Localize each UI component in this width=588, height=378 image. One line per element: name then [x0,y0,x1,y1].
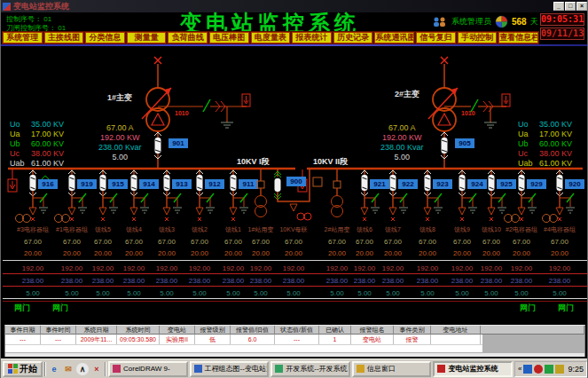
breaker-tag-905[interactable]: 905 [455,138,474,148]
bay-symbol-#3电容器组[interactable] [13,169,52,227]
disconnector-tag-2[interactable]: 1010 [461,110,475,116]
measure-value: 192.00 [544,264,576,272]
measure-value: 20.00 [184,249,216,257]
alarm-col-header[interactable]: 状态值/新值 [275,326,319,335]
measure-value: 192.00 [87,264,119,272]
measure-value: 192.00 [377,264,409,272]
alarm-cell: 报警 [394,335,431,344]
bay-symbol-馈线8[interactable] [408,169,447,227]
tray-collapse-icon[interactable]: « [518,365,521,373]
menu-button-10[interactable]: 系统通讯图 [374,32,414,43]
measure-value: 67.00 [412,238,443,246]
voltage-panel-right: Uo35.00 KVUa17.00 KVUb60.00 KVUc38.00 KV… [518,120,572,169]
alarm-col-header[interactable]: 已确认 [319,326,351,335]
bay-symbol-#2电容器组[interactable] [502,169,541,227]
taskbar-button-5[interactable]: 变电站监控系统 [433,361,513,377]
gate-label-3[interactable]: 网门 [520,303,536,314]
menu-button-6[interactable]: 电压棒图 [209,32,249,43]
close-x-icon[interactable]: × [90,363,103,375]
measure-value: 192.00 [475,264,507,272]
menu-button-9[interactable]: 历史记录 [333,32,373,43]
alarm-col-header[interactable]: 报警级别 [195,326,231,335]
measure-value: 192.00 [245,264,277,272]
measure-value: 5.00 [349,289,380,297]
breaker-tag-901[interactable]: 901 [169,138,188,148]
taskbar-button-3[interactable]: 开发系统--开发系统 [270,361,350,377]
alarm-table-row[interactable]: ------2009年11...09:05:30.580实验用II低6.0---… [5,335,482,344]
menu-button-7[interactable]: 电度量表 [251,32,291,43]
penguin-icon[interactable]: ∧ [76,363,89,375]
gate-label-2[interactable]: 网门 [52,303,68,314]
alarm-cell: 低 [195,335,231,344]
ie-icon[interactable]: e [48,363,60,375]
measure-value: 20.00 [506,249,537,257]
alarm-col-header[interactable]: 报警值/旧值 [231,326,275,335]
tray-volume-icon[interactable] [555,365,564,374]
alarm-col-header[interactable]: 事件日期 [5,326,41,335]
tray-display-icon[interactable] [523,365,532,374]
close-button[interactable]: × [576,2,587,11]
task-label: 信息窗口 [367,363,396,375]
transformer2-metrics: 67.00 A192.00 KW238.00 Kvar5.00 [380,123,424,162]
measure-value: 5.00 [446,289,478,297]
bay-symbol-#4电容器组[interactable] [540,169,579,227]
disconnector-tag-1[interactable]: 1010 [175,110,189,116]
system-tray: « 9:25 [514,361,587,377]
voltage-row-uab: Uab61.00 KV [10,159,64,169]
breaker-tag-900[interactable]: 900 [286,177,306,186]
start-button[interactable]: 开始 [3,361,43,377]
task-buttons: CorelDRAW 9-工程组态图--变电站监...开发系统--开发系统信息窗口… [108,361,513,377]
bay-symbol-1#站用变[interactable] [241,169,280,227]
breaker-tag-920[interactable]: 920 [565,179,584,189]
menu-button-4[interactable]: 测量量 [127,32,167,43]
tray-shield-icon[interactable] [534,365,543,374]
measure-value: 20.00 [544,249,576,257]
alarm-col-header[interactable]: 事件时间 [41,326,76,335]
tray-agent-icon[interactable] [545,365,553,374]
menu-button-3[interactable]: 分类信息 [85,32,125,43]
alarm-col-header[interactable]: 报警组名 [351,326,394,335]
gate-label-1[interactable]: 网门 [14,303,30,314]
taskbar-button-1[interactable]: CorelDRAW 9- [108,361,188,377]
menu-button-13[interactable]: 查看信息栏 [498,32,538,43]
bay-name-10KV母联: 10KV母联 [269,225,318,234]
minimize-button[interactable]: _ [553,2,564,11]
measure-value: 67.00 [17,238,49,246]
measure-value: 192.00 [17,264,49,272]
alarm-col-header[interactable]: 系统时间 [117,326,160,335]
maximize-button[interactable]: □ [565,2,576,11]
alarm-table-empty-row[interactable] [5,344,482,352]
measure-value: 238.00 [184,277,216,285]
main-menu: 系统管理主接线图分类信息测量量负荷曲线电压棒图电度量表报表统计历史记录系统通讯图… [3,32,538,43]
measure-value: 20.00 [377,249,409,257]
alarm-col-header[interactable]: 变电地址 [431,326,481,335]
transformer-metric: 192.00 KW [380,133,424,143]
users-icon [432,16,448,28]
mail-icon[interactable]: ✉ [62,363,74,375]
measure-value: 67.00 [56,238,88,246]
bay-symbol-馈线7[interactable] [373,169,412,227]
menu-button-2[interactable]: 主接线图 [44,32,84,43]
measure-value: 67.00 [151,238,183,246]
transformer2-name: 2#主变 [395,89,419,100]
menu-button-11[interactable]: 信号复归 [416,32,456,43]
menu-button-8[interactable]: 报表统计 [292,32,332,43]
gate-label-4[interactable]: 网门 [558,303,574,314]
measure-value: 192.00 [56,264,88,272]
alarm-col-header[interactable]: 事件类别 [394,326,431,335]
menu-button-1[interactable]: 系统管理 [3,32,43,43]
voltage-row-uo: Uo35.00 KV [518,120,572,130]
alarm-cell: 6.0 [231,335,275,344]
taskbar-button-2[interactable]: 工程组态图--变电站监... [190,361,270,377]
measure-value: 5.00 [17,289,49,297]
measure-value: 238.00 [475,277,507,285]
alarm-table-footer-strip [5,353,584,357]
transformer-metric: 238.00 Kvar [98,143,142,153]
taskbar-button-4[interactable]: 信息窗口 [352,361,432,377]
alarm-col-header[interactable]: 系统日期 [76,326,117,335]
transformer1-name: 1#主变 [107,92,132,104]
menu-button-12[interactable]: 手动控制 [458,32,498,43]
menu-button-5[interactable]: 负荷曲线 [168,32,208,43]
alarm-col-header[interactable]: 变电站 [160,326,195,335]
measure-value: 238.00 [349,277,380,285]
